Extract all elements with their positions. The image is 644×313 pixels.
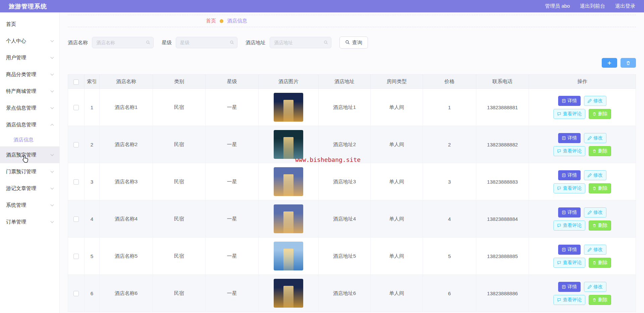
- sidebar-item-hotel-info-management[interactable]: 酒店信息管理: [0, 116, 59, 133]
- view-comments-button[interactable]: 查看评论: [553, 221, 585, 231]
- sidebar-item-home[interactable]: 首页: [0, 16, 59, 33]
- breadcrumb-home-link[interactable]: 首页: [206, 18, 216, 24]
- detail-button[interactable]: 详情: [558, 282, 581, 292]
- sidebar-item-label: 酒店预定管理: [6, 152, 36, 158]
- sidebar-item-order-management[interactable]: 订单管理: [0, 213, 59, 230]
- cell-phone: 13823888883: [476, 163, 529, 200]
- sidebar-item-label: 门票预订管理: [6, 169, 36, 175]
- row-checkbox[interactable]: [73, 216, 79, 222]
- row-actions: 详情 修改 查看评论 删除: [531, 207, 634, 231]
- row-checkbox[interactable]: [73, 179, 79, 185]
- detail-label: 详情: [568, 247, 577, 253]
- star-level-input[interactable]: [176, 37, 237, 48]
- row-checkbox[interactable]: [73, 142, 79, 147]
- cell-hotel-name: 酒店名称5: [100, 238, 153, 275]
- exit-to-front-link[interactable]: 退出到前台: [580, 3, 605, 9]
- col-address: 酒店地址: [319, 75, 371, 89]
- cell-hotel-name: 酒店名称6: [100, 275, 153, 312]
- app-header: 旅游管理系统 管理员 abo 退出到前台 退出登录: [0, 0, 644, 12]
- view-comments-button[interactable]: 查看评论: [553, 183, 585, 193]
- delete-button[interactable]: 删除: [589, 295, 611, 305]
- row-checkbox[interactable]: [73, 254, 79, 259]
- delete-button[interactable]: 删除: [589, 183, 611, 193]
- view-comments-button[interactable]: 查看评论: [553, 295, 585, 305]
- col-photo: 酒店图片: [259, 75, 319, 89]
- cell-room-type: 单人间: [371, 275, 423, 312]
- cell-star: 一星: [206, 89, 259, 126]
- sidebar-item-label: 系统管理: [6, 202, 26, 208]
- sidebar-subitem-hotel-info[interactable]: 酒店信息: [0, 133, 59, 146]
- table-row: 6 酒店名称6 民宿 一星 酒店地址6 单人间 6 13823888886 详情…: [68, 275, 636, 312]
- detail-button[interactable]: 详情: [558, 133, 581, 143]
- cell-price: 4: [423, 200, 476, 238]
- edit-button[interactable]: 修改: [584, 133, 606, 143]
- cell-room-type: 单人间: [371, 238, 423, 275]
- logout-link[interactable]: 退出登录: [615, 3, 635, 9]
- add-button[interactable]: [602, 58, 617, 68]
- edit-button[interactable]: 修改: [584, 207, 606, 217]
- detail-button[interactable]: 详情: [558, 207, 581, 217]
- sidebar-item-label: 游记文章管理: [6, 185, 36, 192]
- chevron-down-icon: [51, 39, 54, 42]
- delete-button[interactable]: 删除: [589, 109, 611, 119]
- cell-price: 1: [423, 89, 476, 126]
- row-checkbox[interactable]: [73, 291, 79, 296]
- cell-address: 酒店地址1: [319, 89, 371, 126]
- view-comments-button[interactable]: 查看评论: [553, 258, 585, 268]
- hotel-name-label: 酒店名称: [68, 40, 88, 46]
- cell-room-type: 单人间: [371, 200, 423, 238]
- edit-button[interactable]: 修改: [584, 170, 606, 180]
- hotel-photo: [274, 167, 303, 196]
- cell-address: 酒店地址3: [319, 163, 371, 200]
- view-comments-button[interactable]: 查看评论: [553, 146, 585, 156]
- query-button[interactable]: 查询: [339, 37, 368, 49]
- delete-button[interactable]: 删除: [589, 221, 611, 231]
- row-checkbox[interactable]: [73, 105, 79, 110]
- delete-label: 删除: [598, 148, 607, 154]
- cell-category: 民宿: [153, 238, 206, 275]
- sidebar-item-system-management[interactable]: 系统管理: [0, 197, 59, 213]
- chevron-down-icon: [51, 106, 54, 109]
- comments-label: 查看评论: [563, 297, 582, 303]
- view-comments-button[interactable]: 查看评论: [553, 109, 585, 119]
- sidebar-item-specialty-mall[interactable]: 特产商城管理: [0, 83, 59, 100]
- delete-button[interactable]: 删除: [589, 146, 611, 156]
- sidebar-item-personal-center[interactable]: 个人中心: [0, 33, 59, 49]
- sidebar-item-ticket-booking[interactable]: 门票预订管理: [0, 163, 59, 180]
- detail-button[interactable]: 详情: [558, 170, 581, 180]
- edit-button[interactable]: 修改: [584, 282, 606, 292]
- delete-button[interactable]: 删除: [589, 258, 611, 268]
- row-actions: 详情 修改 查看评论 删除: [531, 245, 634, 268]
- comments-label: 查看评论: [563, 185, 582, 191]
- detail-button[interactable]: 详情: [558, 245, 581, 255]
- search-icon: [230, 40, 234, 46]
- detail-button[interactable]: 详情: [558, 96, 581, 106]
- cell-hotel-name: 酒店名称4: [100, 200, 153, 238]
- edit-button[interactable]: 修改: [584, 245, 606, 255]
- sidebar-item-product-category[interactable]: 商品分类管理: [0, 66, 59, 83]
- edit-button[interactable]: 修改: [584, 96, 606, 106]
- cell-hotel-name: 酒店名称1: [100, 89, 153, 126]
- mouse-cursor: [22, 155, 29, 163]
- hotel-photo: [274, 242, 303, 270]
- hotel-address-input[interactable]: [270, 37, 331, 48]
- cell-category: 民宿: [153, 275, 206, 312]
- cell-index: 2: [85, 126, 100, 163]
- hotel-name-input[interactable]: [92, 37, 154, 48]
- sidebar-item-travel-articles[interactable]: 游记文章管理: [0, 180, 59, 197]
- table-row: 5 酒店名称5 民宿 一星 酒店地址5 单人间 5 13823888885 详情…: [68, 238, 636, 275]
- sidebar-item-user-management[interactable]: 用户管理: [0, 49, 59, 66]
- cell-phone: 13823888885: [476, 238, 529, 275]
- cell-index: 1: [85, 89, 100, 126]
- sidebar-item-label: 首页: [6, 21, 16, 27]
- chevron-down-icon: [51, 56, 54, 59]
- batch-delete-button[interactable]: [621, 58, 636, 68]
- col-hotel-name: 酒店名称: [100, 75, 153, 89]
- select-all-checkbox[interactable]: [73, 79, 79, 85]
- sidebar-item-hotel-booking[interactable]: 酒店预定管理: [0, 146, 59, 163]
- sidebar-item-scenic-info[interactable]: 景点信息管理: [0, 100, 59, 116]
- row-actions: 详情 修改 查看评论 删除: [531, 133, 634, 156]
- app-title: 旅游管理系统: [9, 2, 47, 10]
- col-star: 星级: [206, 75, 259, 89]
- cell-category: 民宿: [153, 126, 206, 163]
